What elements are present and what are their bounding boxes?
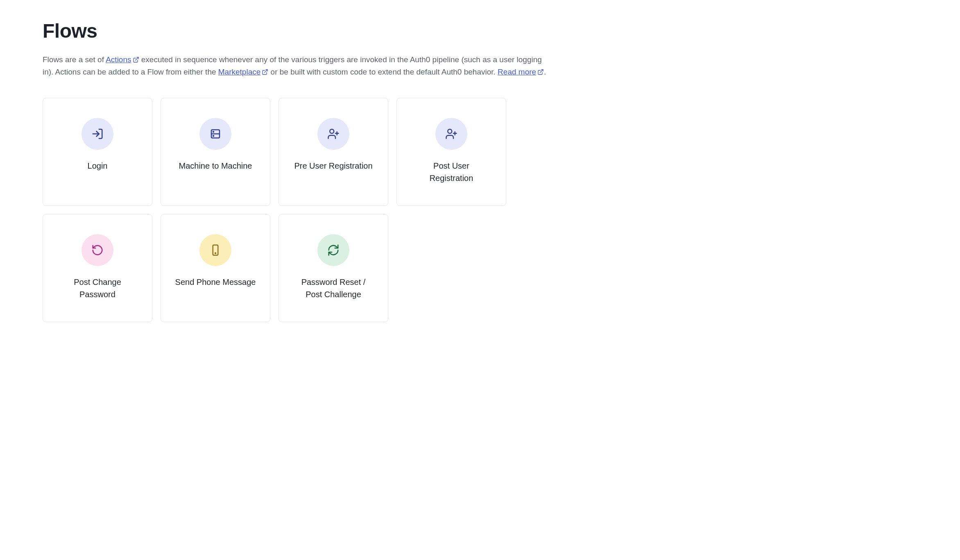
- svg-point-8: [330, 129, 334, 133]
- external-link-icon: [262, 69, 268, 75]
- user-plus-icon: [435, 118, 467, 150]
- flow-card-label: Pre User Registration: [294, 160, 372, 172]
- description-text: or be built with custom code to extend t…: [271, 68, 498, 76]
- flow-card-login[interactable]: Login: [43, 98, 152, 206]
- flow-card-label: Machine to Machine: [179, 160, 252, 172]
- read-more-link[interactable]: Read more: [498, 68, 544, 76]
- flow-card-send-phone-message[interactable]: Send Phone Message: [161, 214, 270, 322]
- rotate-icon: [82, 234, 113, 266]
- flow-card-label: Send Phone Message: [175, 276, 256, 288]
- flow-card-machine-to-machine[interactable]: Machine to Machine: [161, 98, 270, 206]
- svg-point-11: [448, 129, 452, 133]
- actions-link[interactable]: Actions: [106, 55, 139, 64]
- flow-card-label: Password Reset / Post Challenge: [292, 276, 374, 300]
- flow-card-label: Login: [88, 160, 108, 172]
- flow-card-pre-user-registration[interactable]: Pre User Registration: [278, 98, 388, 206]
- svg-point-6: [213, 131, 214, 132]
- page-description: Flows are a set of Actions executed in s…: [43, 54, 550, 78]
- login-icon: [82, 118, 113, 150]
- external-link-icon: [133, 56, 139, 63]
- flow-card-label: Post Change Password: [57, 276, 138, 300]
- description-text: .: [544, 68, 546, 76]
- flow-card-post-change-password[interactable]: Post Change Password: [43, 214, 152, 322]
- phone-icon: [199, 234, 231, 266]
- server-icon: [199, 118, 231, 150]
- page-title: Flows: [43, 20, 917, 42]
- flow-card-password-reset-post-challenge[interactable]: Password Reset / Post Challenge: [278, 214, 388, 322]
- svg-line-0: [135, 57, 138, 60]
- svg-line-1: [265, 70, 267, 72]
- svg-point-7: [213, 135, 214, 136]
- marketplace-link[interactable]: Marketplace: [218, 68, 269, 76]
- description-text: Flows are a set of: [43, 55, 106, 64]
- svg-line-2: [540, 70, 543, 72]
- flow-card-label: Post User Registration: [410, 160, 492, 184]
- user-plus-icon: [317, 118, 349, 150]
- flow-cards-grid: Login Machine to Machine Pre User Regist…: [43, 98, 917, 322]
- external-link-icon: [537, 69, 544, 75]
- svg-point-15: [215, 253, 216, 254]
- flow-card-post-user-registration[interactable]: Post User Registration: [396, 98, 506, 206]
- refresh-icon: [317, 234, 349, 266]
